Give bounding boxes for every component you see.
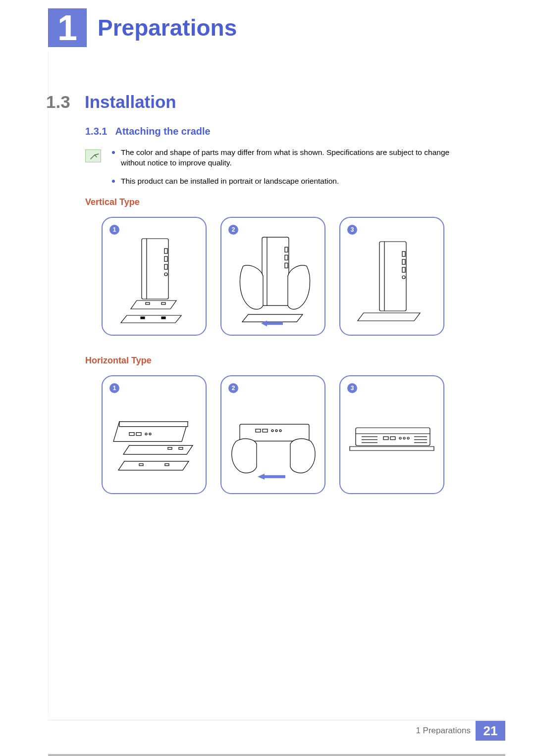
horizontal-figure-row: 1	[102, 375, 444, 494]
chapter-title: Preparations	[98, 14, 237, 41]
device-horizontal-step3-illustration	[345, 399, 439, 473]
svg-point-9	[164, 273, 167, 276]
device-horizontal-step2-illustration	[226, 390, 320, 484]
page-number-box: 21	[476, 721, 505, 741]
svg-point-41	[407, 437, 409, 439]
svg-rect-18	[402, 259, 405, 264]
footer-bar	[48, 754, 505, 756]
note-block: The color and shape of parts may differ …	[85, 148, 476, 195]
svg-point-33	[275, 430, 277, 432]
chapter-number-box: 1	[48, 8, 87, 47]
step-badge: 3	[347, 383, 357, 393]
figure-horizontal-3: 3	[339, 375, 444, 494]
subsection-title: Attaching the cradle	[115, 126, 210, 137]
svg-rect-0	[141, 317, 145, 319]
figure-vertical-2: 2	[220, 217, 325, 336]
section-heading: 1.3 Installation	[46, 92, 176, 112]
subsection-number: 1.3.1	[85, 126, 107, 137]
section-title: Installation	[85, 92, 176, 112]
svg-rect-6	[164, 249, 167, 253]
note-item: This product can be installed in portrai…	[112, 176, 476, 187]
figure-horizontal-1: 1	[102, 375, 207, 494]
svg-point-20	[402, 276, 405, 279]
device-horizontal-step1-illustration	[109, 392, 199, 481]
footer-rule	[48, 720, 505, 720]
svg-rect-38	[390, 437, 395, 440]
svg-rect-7	[164, 256, 167, 261]
bullet-icon	[112, 180, 115, 183]
left-rule	[48, 51, 49, 716]
device-vertical-step2-illustration	[233, 226, 313, 330]
device-vertical-step1-illustration	[117, 229, 191, 328]
svg-rect-12	[285, 247, 288, 252]
svg-point-32	[271, 430, 273, 432]
svg-rect-37	[383, 437, 388, 440]
device-vertical-step3-illustration	[355, 229, 429, 328]
svg-rect-29	[240, 424, 309, 441]
bullet-icon	[112, 151, 115, 154]
figure-horizontal-2: 2	[220, 375, 325, 494]
figure-vertical-3: 3	[339, 217, 444, 336]
footer-chapter-ref: 1 Preparations	[416, 726, 471, 736]
vertical-type-label: Vertical Type	[85, 197, 140, 207]
page-number: 21	[483, 723, 498, 739]
vertical-figure-row: 1	[102, 217, 444, 336]
chapter-header: 1 Preparations	[48, 8, 505, 48]
svg-point-28	[149, 433, 151, 435]
svg-point-27	[145, 433, 147, 435]
svg-rect-1	[161, 317, 165, 319]
svg-rect-14	[285, 263, 288, 268]
svg-rect-17	[402, 252, 405, 256]
subsection-heading: 1.3.1 Attaching the cradle	[85, 126, 211, 137]
svg-rect-8	[164, 264, 167, 269]
chapter-number: 1	[57, 10, 77, 46]
note-icon	[85, 150, 101, 162]
figure-vertical-1: 1	[102, 217, 207, 336]
svg-rect-25	[129, 433, 134, 436]
svg-rect-26	[136, 433, 141, 436]
svg-point-34	[279, 430, 281, 432]
note-text: The color and shape of parts may differ …	[121, 148, 476, 168]
svg-rect-30	[256, 429, 261, 432]
note-item: The color and shape of parts may differ …	[112, 148, 476, 168]
svg-rect-31	[263, 429, 268, 432]
svg-point-40	[403, 437, 405, 439]
svg-rect-13	[285, 255, 288, 260]
note-list: The color and shape of parts may differ …	[112, 148, 476, 195]
svg-rect-19	[402, 267, 405, 272]
note-text: This product can be installed in portrai…	[121, 176, 339, 187]
svg-point-39	[399, 437, 401, 439]
horizontal-type-label: Horizontal Type	[85, 355, 152, 366]
section-number: 1.3	[46, 92, 85, 112]
